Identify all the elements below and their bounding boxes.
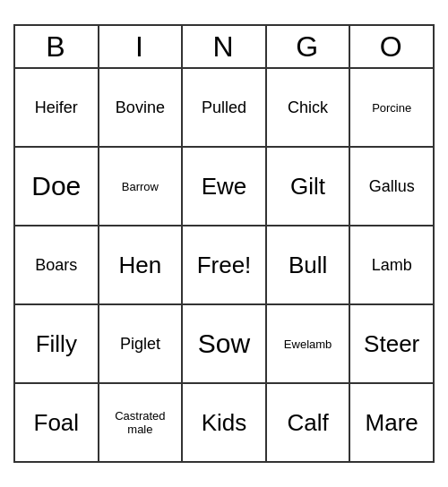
cell-text-row4-col0: Foal	[34, 409, 80, 437]
cell-row3-col2: Sow	[183, 305, 267, 384]
cell-text-row1-col4: Gallus	[369, 177, 415, 196]
cell-text-row4-col3: Calf	[287, 409, 328, 437]
cell-text-row2-col2: Free!	[197, 252, 252, 279]
header-letter-N: N	[183, 26, 267, 69]
bingo-grid: HeiferBovinePulledChickPorcineDoeBarrowE…	[13, 69, 435, 463]
cell-text-row3-col2: Sow	[198, 329, 250, 359]
cell-text-row2-col4: Lamb	[372, 256, 412, 275]
cell-row0-col0: Heifer	[15, 69, 99, 148]
cell-text-row4-col2: Kids	[202, 409, 247, 437]
cell-row3-col0: Filly	[15, 305, 99, 384]
header-letter-B: B	[15, 26, 99, 69]
cell-row1-col2: Ewe	[183, 148, 267, 226]
header-letter-O: O	[350, 26, 435, 69]
cell-text-row2-col3: Bull	[289, 252, 327, 279]
cell-row0-col4: Porcine	[350, 69, 435, 148]
header-letter-G: G	[267, 26, 351, 69]
cell-row4-col3: Calf	[267, 384, 351, 463]
cell-text-row3-col0: Filly	[36, 330, 77, 358]
cell-text-row4-col4: Mare	[366, 409, 418, 437]
cell-text-row1-col3: Gilt	[290, 173, 325, 201]
cell-row4-col1: Castrated male	[99, 384, 184, 463]
cell-text-row0-col3: Chick	[288, 98, 328, 117]
cell-row3-col3: Ewelamb	[267, 305, 351, 384]
cell-text-row3-col4: Steer	[364, 330, 419, 358]
cell-text-row0-col4: Porcine	[372, 101, 411, 115]
cell-row4-col0: Foal	[15, 384, 99, 463]
cell-row0-col2: Pulled	[183, 69, 267, 148]
cell-text-row2-col1: Hen	[119, 252, 162, 279]
bingo-card: BINGO HeiferBovinePulledChickPorcineDoeB…	[13, 24, 435, 463]
cell-text-row0-col2: Pulled	[202, 98, 246, 117]
cell-text-row1-col0: Doe	[31, 171, 81, 201]
cell-row2-col0: Boars	[15, 226, 99, 305]
cell-text-row3-col3: Ewelamb	[284, 337, 332, 351]
cell-row1-col1: Barrow	[99, 148, 184, 226]
cell-row2-col1: Hen	[99, 226, 184, 305]
cell-text-row2-col0: Boars	[35, 256, 77, 275]
cell-row1-col0: Doe	[15, 148, 99, 226]
cell-row3-col4: Steer	[350, 305, 435, 384]
cell-row2-col2: Free!	[183, 226, 267, 305]
cell-text-row0-col0: Heifer	[35, 98, 78, 117]
cell-text-row1-col2: Ewe	[202, 173, 247, 201]
cell-row2-col4: Lamb	[350, 226, 435, 305]
cell-row4-col2: Kids	[183, 384, 267, 463]
cell-row1-col3: Gilt	[267, 148, 351, 226]
cell-row4-col4: Mare	[350, 384, 435, 463]
cell-row3-col1: Piglet	[99, 305, 184, 384]
cell-row0-col3: Chick	[267, 69, 351, 148]
cell-text-row1-col1: Barrow	[122, 180, 159, 193]
bingo-header: BINGO	[13, 24, 435, 69]
cell-row0-col1: Bovine	[99, 69, 184, 148]
cell-text-row4-col1: Castrated male	[103, 409, 178, 436]
cell-row2-col3: Bull	[267, 226, 351, 305]
cell-row1-col4: Gallus	[350, 148, 435, 226]
header-letter-I: I	[99, 26, 184, 69]
cell-text-row3-col1: Piglet	[120, 335, 160, 354]
cell-text-row0-col1: Bovine	[116, 98, 165, 117]
